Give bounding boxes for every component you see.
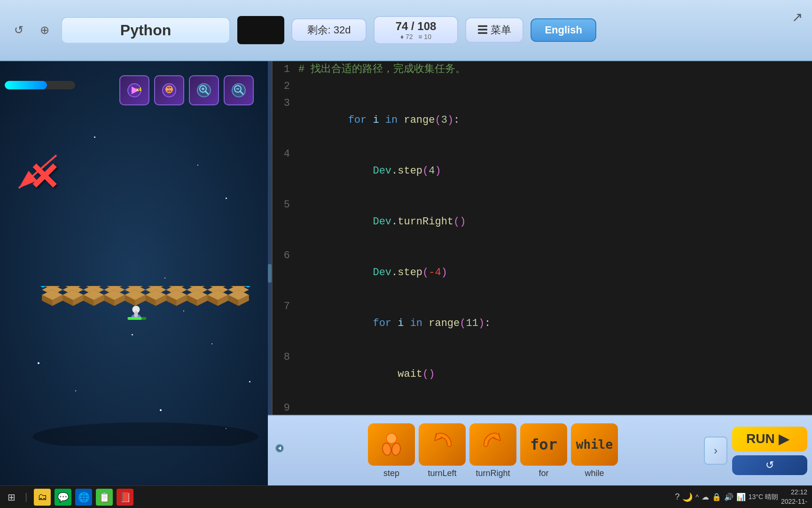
line-content-5: Dev.turnRight()	[298, 197, 812, 247]
line-number-1: 1	[273, 61, 298, 78]
lock-icon: 🔒	[712, 492, 721, 501]
volume-icon[interactable]: 🔊	[724, 492, 734, 501]
speed-icon[interactable]: x4	[119, 75, 149, 105]
svg-point-203	[40, 286, 46, 287]
turnright-block[interactable]: turnRight	[469, 423, 516, 478]
code-line-1: 1 # 找出合适的路径，完成收集任务。	[273, 61, 812, 78]
share-icon[interactable]: ↗	[792, 9, 803, 25]
reset-icon: ↺	[765, 459, 774, 471]
svg-text:x4: x4	[136, 87, 142, 92]
svg-point-213	[387, 434, 396, 443]
book-app[interactable]: 📕	[117, 489, 133, 506]
code-line-5: 5 Dev.turnRight()	[273, 197, 812, 247]
code-line-6: 6 Dev.step(-4)	[273, 247, 812, 298]
line-content-8: wait()	[298, 349, 812, 400]
turnleft-block[interactable]: turnLeft	[419, 423, 466, 478]
weather-text: 13°C 晴朗	[749, 493, 778, 501]
menu-count: ≡ 10	[418, 33, 431, 40]
arrow-indicator	[9, 146, 66, 202]
code-line-3: 3 for i in range(3):	[273, 95, 812, 146]
globe-icon[interactable]: ⊕	[35, 21, 54, 40]
star	[164, 278, 165, 278]
time-display: 22:12	[781, 488, 807, 497]
thumbnail-box	[237, 16, 284, 44]
scroll-left-button[interactable]	[273, 416, 287, 485]
code-line-4: 4 Dev.step(4)	[273, 146, 812, 197]
progress-main: 74 / 108	[384, 20, 448, 33]
while-block-icon: while	[571, 423, 618, 466]
code-blocks-container: step turnLeft	[287, 423, 699, 478]
edge-app[interactable]: 🌐	[75, 489, 92, 506]
reset-button[interactable]: ↺	[732, 455, 807, 475]
help-icon[interactable]: ?	[675, 492, 679, 502]
game-canvas: x4	[0, 61, 268, 485]
run-icon: ▶	[779, 431, 789, 447]
line-number-2: 2	[273, 78, 298, 95]
health-bar-fill	[5, 81, 47, 89]
zoom-in-icon[interactable]	[189, 75, 219, 105]
star	[197, 165, 198, 166]
moon-icon[interactable]: 🌙	[682, 492, 693, 502]
zoom-out-icon[interactable]	[224, 75, 254, 105]
star	[94, 136, 95, 138]
date-display: 2022-11-	[781, 497, 807, 507]
turnright-block-label: turnRight	[476, 468, 510, 478]
line-content-7: for i in range(11):	[298, 298, 812, 349]
svg-point-20	[33, 422, 258, 446]
line-content-1: # 找出合适的路径，完成收集任务。	[298, 61, 812, 78]
turnright-block-icon	[469, 423, 516, 466]
bottom-toolbar: step turnLeft	[268, 415, 812, 485]
map-icon[interactable]	[154, 75, 184, 105]
for-block-label: for	[539, 468, 548, 478]
taskbar-left: ⊞ | 🗂 💬 🌐 📋 📕	[5, 489, 133, 506]
nav-area: ↺ ⊕	[9, 21, 54, 40]
top-bar: ↺ ⊕ Python 剩余: 32d 74 / 108 ♦ 72 ≡ 10 ☰ …	[0, 0, 812, 61]
line-number-3: 3	[273, 95, 298, 112]
reload-icon[interactable]: ↺	[9, 21, 28, 40]
wechat-app[interactable]: 💬	[55, 489, 71, 506]
svg-rect-209	[128, 317, 142, 320]
for-block[interactable]: for for	[520, 423, 567, 478]
scroll-right-button[interactable]: ›	[704, 437, 727, 465]
health-bar	[5, 81, 75, 89]
progress-sub: ♦ 72 ≡ 10	[384, 33, 448, 40]
line-number-9: 9	[273, 400, 298, 417]
run-button[interactable]: RUN ▶	[732, 427, 807, 452]
file-explorer-app[interactable]: 🗂	[34, 489, 51, 506]
step-block-label: step	[383, 468, 399, 478]
divider-handle[interactable]	[268, 264, 272, 283]
progress-badge: 74 / 108 ♦ 72 ≡ 10	[374, 16, 458, 44]
iso-grid: // This will be handled via inline appro…	[31, 286, 261, 448]
menu-button[interactable]: ☰ 菜单	[465, 17, 523, 43]
remaining-badge: 剩余: 32d	[291, 18, 367, 42]
task-divider: |	[22, 491, 30, 503]
start-button[interactable]: ⊞	[5, 491, 18, 504]
run-area: RUN ▶ ↺	[732, 427, 807, 475]
line-number-7: 7	[273, 298, 298, 315]
datetime-display: 22:12 2022-11-	[781, 488, 807, 506]
line-content-6: Dev.step(-4)	[298, 247, 812, 298]
game-toolbar: x4	[119, 75, 254, 105]
run-label: RUN	[746, 431, 775, 446]
line-number-4: 4	[273, 146, 298, 163]
cloud-icon: ☁	[702, 492, 709, 501]
step-block[interactable]: step	[368, 423, 415, 478]
line-content-3: for i in range(3):	[298, 95, 812, 146]
line-number-5: 5	[273, 197, 298, 214]
step-block-icon	[368, 423, 415, 466]
code-line-7: 7 for i in range(11):	[273, 298, 812, 349]
turnleft-block-icon	[419, 423, 466, 466]
star	[226, 198, 227, 199]
taskbar: ⊞ | 🗂 💬 🌐 📋 📕 ? 🌙 ^ ☁ 🔒 🔊 📊 13°C 晴朗 22:1…	[0, 485, 812, 508]
line-number-8: 8	[273, 349, 298, 366]
while-block[interactable]: while while	[571, 423, 618, 478]
while-block-label: while	[585, 468, 604, 478]
english-button[interactable]: English	[531, 18, 596, 42]
clipboard-app[interactable]: 📋	[96, 489, 113, 506]
battery-icon: 📊	[736, 492, 746, 501]
line-number-6: 6	[273, 247, 298, 264]
caret-icon[interactable]: ^	[695, 493, 699, 501]
svg-point-204	[245, 286, 251, 287]
taskbar-right: ? 🌙 ^ ☁ 🔒 🔊 📊 13°C 晴朗 22:12 2022-11-	[675, 488, 807, 506]
svg-line-19	[19, 155, 56, 188]
